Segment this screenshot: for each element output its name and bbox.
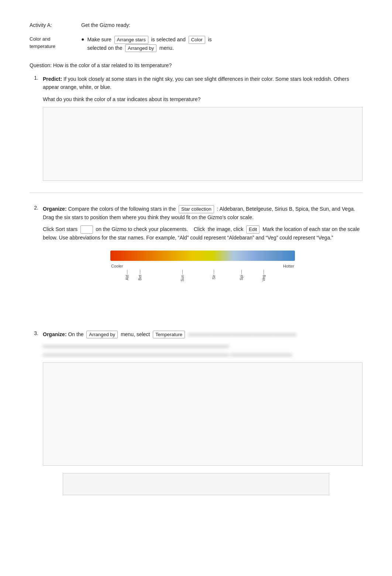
star-marker-sir: Sir xyxy=(212,270,216,279)
answer-area-1 xyxy=(43,107,362,181)
item-2-text1: Organize: Compare the colors of the foll… xyxy=(43,205,362,221)
color-scale-container: Cooler Hotter AldBetSunSirSpiVeg xyxy=(110,251,295,314)
star-marker-sun: Sun xyxy=(180,270,185,282)
activity-header: Activity A: Get the Gizmo ready: xyxy=(30,22,362,28)
star-marker-veg: Veg xyxy=(262,270,266,281)
star-tick xyxy=(140,270,140,274)
blurred-text-3a: xxxxxxxxxxxxxxxxxxxxxxxxxxxxxxxxxxxxxxxx… xyxy=(188,331,296,337)
item-3-content: Organize: On the Arranged by menu, selec… xyxy=(43,330,362,466)
scale-labels: Cooler Hotter xyxy=(110,264,295,268)
question-section: Question: How is the color of a star rel… xyxy=(30,62,362,68)
item-3: 3. Organize: On the Arranged by menu, se… xyxy=(30,330,362,466)
numbered-section-1: 1. Predict: If you look closely at some … xyxy=(30,75,362,181)
item-1-num: 1. xyxy=(30,75,38,181)
bullet-dot-1: ● xyxy=(81,36,84,42)
bullet-text-1: Make sure Arrange stars is selected and … xyxy=(87,35,212,52)
item-1: 1. Predict: If you look closely at some … xyxy=(30,75,362,181)
star-tick xyxy=(264,270,264,274)
item-2-content: Organize: Compare the colors of the foll… xyxy=(43,205,362,323)
star-marker-spi: Spi xyxy=(240,270,244,280)
item-3-num: 3. xyxy=(30,330,38,466)
item-2-num: 2. xyxy=(30,205,38,323)
section-divider xyxy=(30,193,362,193)
numbered-section-3: 3. Organize: On the Arranged by menu, se… xyxy=(30,330,362,466)
star-tick xyxy=(127,270,127,274)
color-temp-content: ● Make sure Arrange stars is selected an… xyxy=(81,35,362,54)
star-name-label: Sir xyxy=(212,275,216,279)
bullet-item-1: ● Make sure Arrange stars is selected an… xyxy=(81,35,362,52)
sort-stars-box xyxy=(80,225,93,234)
item-1-text1: Predict: If you look closely at some sta… xyxy=(43,75,362,92)
answer-area-3 xyxy=(43,362,362,466)
blurred-text-3b: xxxxxxxxxxxxxxxxxxxxxxxxxxxxxxxxxxxxxxxx… xyxy=(43,343,292,357)
scale-label-left: Cooler xyxy=(111,264,123,268)
item-1-text2: What do you think the color of a star in… xyxy=(43,95,362,103)
arranged-by-box-3: Arranged by xyxy=(86,331,118,339)
star-name-label: Sun xyxy=(180,275,185,282)
star-name-label: Bet xyxy=(138,275,142,280)
activity-label: Activity A: xyxy=(30,22,74,28)
arrange-stars-box: Arrange stars xyxy=(114,36,148,44)
item-1-content: Predict: If you look closely at some sta… xyxy=(43,75,362,181)
star-markers: AldBetSunSirSpiVeg xyxy=(110,270,295,314)
scale-label-right: Hotter xyxy=(283,264,294,268)
star-name-label: Spi xyxy=(240,275,244,280)
star-tick xyxy=(214,270,214,274)
temperature-box: Temperature xyxy=(153,331,185,339)
star-marker-ald: Ald xyxy=(125,270,129,280)
arranged-by-box-header: Arranged by xyxy=(125,44,157,52)
bottom-line-area xyxy=(63,473,329,495)
numbered-section-2: 2. Organize: Compare the colors of the f… xyxy=(30,205,362,323)
activity-color-temp: Color and temperature ● Make sure Arrang… xyxy=(30,35,362,54)
star-name-label: Ald xyxy=(125,275,129,280)
color-bar xyxy=(110,251,295,261)
color-temp-label: Color and temperature xyxy=(30,35,74,54)
edit-box: Edit xyxy=(246,225,259,234)
star-collection-box: Star collection xyxy=(179,205,214,213)
item-3-text1: Organize: On the Arranged by menu, selec… xyxy=(43,330,362,339)
star-marker-bet: Bet xyxy=(138,270,142,280)
star-tick xyxy=(241,270,242,274)
star-tick xyxy=(182,270,183,274)
color-box: Color xyxy=(189,36,205,44)
star-name-label: Veg xyxy=(262,275,266,281)
item-2-text2: Click Sort stars on the Gizmo to check y… xyxy=(43,225,362,242)
activity-title: Get the Gizmo ready: xyxy=(81,22,362,28)
item-2: 2. Organize: Compare the colors of the f… xyxy=(30,205,362,323)
